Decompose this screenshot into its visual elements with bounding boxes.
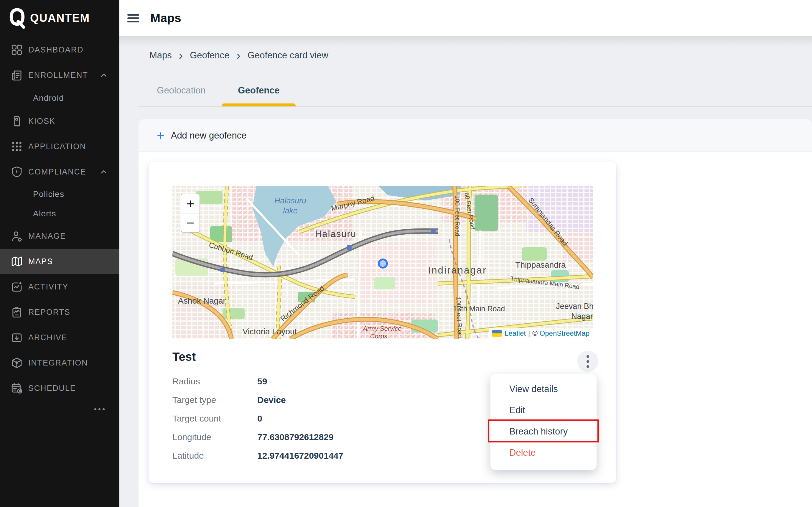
chevron-up-icon[interactable]: [99, 71, 108, 79]
breadcrumb: Maps › Geofence › Geofence card view: [150, 49, 328, 62]
page-title: Maps: [150, 11, 181, 25]
calendar-clock-icon: [11, 382, 23, 394]
sidebar-item-android[interactable]: Android: [0, 88, 119, 108]
field-row-radius: Radius 59: [172, 372, 438, 391]
sidebar-item-activity[interactable]: ACTIVITY: [0, 274, 119, 299]
breadcrumb-geofence-card-view[interactable]: Geofence card view: [247, 50, 328, 61]
sidebar-item-label: ENROLLMENT: [28, 71, 88, 80]
sidebar-item-alerts[interactable]: Alerts: [0, 204, 119, 223]
geofence-marker[interactable]: [378, 259, 388, 269]
attribution-separator: |: [528, 329, 530, 338]
map-label: Halasuru: [315, 229, 356, 239]
add-geofence-label: Add new geofence: [171, 130, 247, 141]
map-label: Indiranagar: [428, 265, 487, 276]
menu-item-delete[interactable]: Delete: [490, 442, 596, 463]
field-value: Device: [257, 395, 286, 405]
sidebar-item-label: ACTIVITY: [28, 282, 68, 291]
geofence-fields: Radius 59 Target type Device Target coun…: [172, 372, 438, 465]
field-label: Radius: [172, 377, 257, 386]
enrollment-icon: [11, 69, 23, 81]
openstreetmap-link[interactable]: OpenStreetMap: [540, 329, 589, 338]
copyright-symbol: ©: [532, 329, 538, 338]
archive-icon: [11, 331, 23, 344]
card-options-button[interactable]: [577, 351, 598, 372]
map-label: Thippasandra: [515, 260, 566, 269]
map-zoom-control: + −: [181, 194, 200, 233]
sidebar-item-archive[interactable]: ARCHIVE: [0, 325, 119, 350]
sidebar-item-application[interactable]: APPLICATION: [0, 134, 119, 159]
sidebar-item-schedule[interactable]: SCHEDULE: [0, 376, 119, 401]
field-label: Latitude: [172, 451, 257, 461]
geofence-name: Test: [172, 350, 196, 363]
sidebar-item-label: INTEGRATION: [28, 358, 88, 368]
sidebar-item-label: KIOSK: [28, 117, 55, 126]
map-label: Halasuru: [274, 196, 306, 205]
map-label: Army Service: [362, 325, 402, 332]
content-area: Maps › Geofence › Geofence card view Geo…: [119, 36, 812, 507]
sidebar-item-kiosk[interactable]: KIOSK: [0, 108, 119, 134]
chevron-up-icon[interactable]: [99, 167, 108, 176]
zoom-out-button[interactable]: −: [181, 213, 199, 232]
field-value: 59: [257, 377, 267, 386]
map-label: Corps: [370, 333, 388, 339]
field-label: Target count: [172, 413, 257, 424]
tab-geolocation[interactable]: Geolocation: [149, 77, 214, 104]
ukraine-flag-icon: [492, 330, 502, 337]
sidebar-item-label: DASHBOARD: [28, 45, 83, 55]
card-context-menu: View details Edit Breach history Delete: [490, 374, 596, 470]
quantem-logo-icon: [9, 7, 25, 29]
sidebar-item-label: Android: [33, 94, 64, 103]
kebab-icon: [586, 355, 589, 368]
breadcrumb-geofence[interactable]: Geofence: [190, 50, 229, 61]
sidebar: QUANTEM DASHBOARD ENROLLMENT Android: [0, 0, 119, 507]
sidebar-nav: DASHBOARD ENROLLMENT Android KIOSK: [0, 37, 119, 401]
breadcrumb-maps[interactable]: Maps: [150, 50, 172, 61]
topbar: Maps: [119, 0, 812, 36]
cube-icon: [11, 357, 23, 369]
report-clipboard-icon: [11, 306, 23, 318]
kiosk-icon: [11, 115, 23, 127]
sidebar-item-manage[interactable]: MANAGE: [0, 223, 119, 249]
tab-geofence[interactable]: Geofence: [222, 77, 296, 104]
map-label: Victoria Layout: [243, 327, 297, 336]
field-value: 0: [257, 413, 262, 424]
map-label: 100 Feet Road: [455, 297, 464, 338]
dashboard-icon: [11, 44, 23, 56]
field-row-target-count: Target count 0: [172, 409, 438, 428]
map-label: Ashok Nagar: [178, 296, 226, 305]
zoom-in-button[interactable]: +: [181, 194, 199, 213]
sidebar-item-dashboard[interactable]: DASHBOARD: [0, 37, 119, 62]
field-row-target-type: Target type Device: [172, 391, 438, 409]
sidebar-more-button[interactable]: •••: [94, 401, 106, 417]
application-icon: [11, 140, 23, 153]
breadcrumb-separator-icon: ›: [237, 51, 240, 60]
sidebar-item-integration[interactable]: INTEGRATION: [0, 350, 119, 376]
sidebar-item-maps[interactable]: MAPS: [0, 249, 119, 274]
field-value: 77.6308792612829: [257, 432, 334, 442]
menu-item-breach-history[interactable]: Breach history: [490, 421, 596, 442]
field-row-latitude: Latitude 12.974416720901447: [172, 446, 438, 465]
sidebar-item-label: MAPS: [28, 257, 53, 266]
plus-icon: +: [157, 129, 165, 142]
map-attribution: Leaflet | © OpenStreetMap: [489, 328, 593, 339]
sidebar-item-compliance[interactable]: COMPLIANCE: [0, 159, 119, 184]
map-icon: [11, 255, 23, 268]
menu-item-view-details[interactable]: View details: [490, 379, 596, 400]
sidebar-item-label: MANAGE: [28, 232, 66, 241]
tabs-divider: [138, 106, 812, 107]
map-label: lake: [283, 206, 298, 215]
sidebar-item-label: ARCHIVE: [28, 333, 67, 342]
sidebar-item-enrollment[interactable]: ENROLLMENT: [0, 62, 119, 88]
field-label: Longitude: [172, 432, 257, 442]
menu-item-edit[interactable]: Edit: [490, 400, 596, 421]
hamburger-menu-icon[interactable]: [127, 14, 139, 22]
leaflet-map[interactable]: Halasuru lake Murphy Road Halasuru Cubbo…: [172, 186, 593, 339]
leaflet-link[interactable]: Leaflet: [505, 329, 526, 338]
app-root: QUANTEM DASHBOARD ENROLLMENT Android: [0, 0, 812, 507]
sidebar-item-reports[interactable]: REPORTS: [0, 299, 119, 325]
sidebar-item-policies[interactable]: Policies: [0, 184, 119, 204]
map-label: 13th Main Road: [453, 304, 505, 313]
add-geofence-button[interactable]: + Add new geofence: [138, 119, 812, 152]
map-label: Nagar: [571, 312, 593, 321]
map-label: 100 Feet Road: [454, 195, 461, 236]
